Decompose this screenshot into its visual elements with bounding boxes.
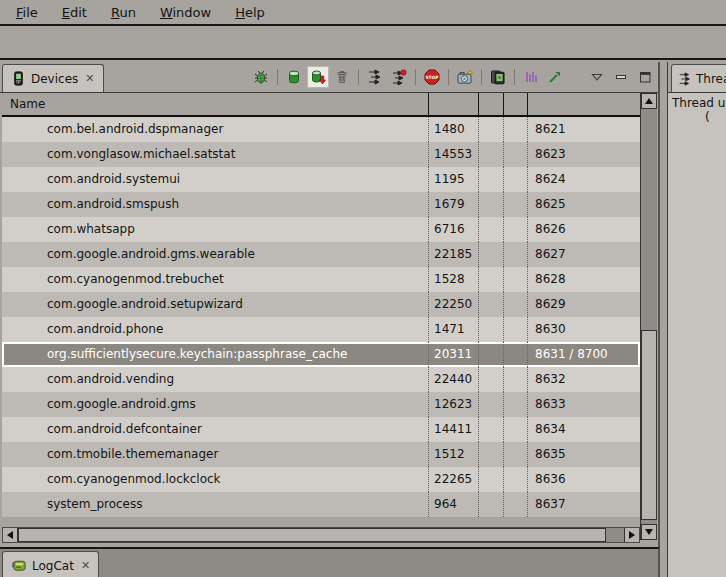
start-opengl-trace-button[interactable] [544, 66, 566, 88]
table-row[interactable]: com.android.smspush16798625 [2, 192, 640, 217]
capture-systrace-button[interactable] [520, 66, 542, 88]
close-icon[interactable]: ✕ [79, 559, 90, 572]
column-header-name[interactable]: Name [2, 93, 429, 115]
tab-logcat[interactable]: LogCat ✕ [2, 551, 99, 577]
toolbar-separator [481, 69, 482, 85]
menu-item-edit[interactable]: Edit [50, 2, 99, 23]
table-row-selected[interactable]: org.sufficientlysecure.keychain:passphra… [2, 342, 640, 367]
column-header-port[interactable] [528, 93, 640, 115]
devices-view: Devices ✕ [0, 62, 660, 547]
column-header-4[interactable] [504, 93, 528, 115]
table-row[interactable]: com.cyanogenmod.lockclock222658636 [2, 467, 640, 492]
cell-pid: 12623 [429, 392, 479, 417]
start-method-profiling-button[interactable] [388, 66, 410, 88]
screen-capture-multiple-button[interactable] [487, 66, 509, 88]
column-header-3[interactable] [479, 93, 504, 115]
view-menu-button[interactable] [586, 66, 608, 88]
tab-threads-label: Threads [696, 72, 726, 86]
cell-pid: 22250 [429, 292, 479, 317]
camera-icon [457, 69, 473, 85]
table-row[interactable]: com.cyanogenmod.trebuchet15288628 [2, 267, 640, 292]
threads-content: Thread up ( [668, 93, 726, 577]
table-row[interactable]: com.bel.android.dspmanager14808621 [2, 117, 640, 142]
close-icon[interactable]: ✕ [83, 72, 94, 85]
cell-c4 [504, 267, 528, 292]
arrow-up-icon [645, 98, 653, 104]
minimize-icon [614, 70, 628, 84]
cell-port: 8635 [528, 442, 640, 467]
table-row[interactable]: com.tmobile.thememanager15128635 [2, 442, 640, 467]
cell-port: 8636 [528, 467, 640, 492]
cell-port: 8625 [528, 192, 640, 217]
scroll-down-button[interactable] [641, 524, 657, 540]
cause-gc-button[interactable] [331, 66, 353, 88]
table-row[interactable]: com.android.vending224408632 [2, 367, 640, 392]
chevron-down-icon [590, 70, 604, 84]
vertical-scrollbar[interactable] [640, 93, 657, 540]
cell-name: com.android.vending [2, 367, 429, 392]
ddms-window: File Edit Run Window Help Devices ✕ [0, 0, 726, 577]
cell-pid: 22440 [429, 367, 479, 392]
heap-icon [286, 69, 302, 85]
tab-devices[interactable]: Devices ✕ [2, 64, 104, 92]
cell-c3 [479, 192, 504, 217]
devices-tabbar: Devices ✕ [0, 62, 658, 93]
device-stack-icon [490, 69, 506, 85]
stop-process-button[interactable]: STOP [421, 66, 443, 88]
minimize-button[interactable] [610, 66, 632, 88]
device-table-header: Name [2, 93, 640, 117]
cell-pid: 1512 [429, 442, 479, 467]
device-table: Name com.bel.android.dspmanager14808621c… [2, 93, 640, 517]
cell-name: com.google.android.gms [2, 392, 429, 417]
cell-port: 8632 [528, 367, 640, 392]
arrow-right-icon [629, 531, 635, 539]
cell-port: 8626 [528, 217, 640, 242]
table-row[interactable]: com.android.phone14718630 [2, 317, 640, 342]
table-row[interactable]: com.android.defcontainer144118634 [2, 417, 640, 442]
screen-capture-button[interactable] [454, 66, 476, 88]
table-row[interactable]: com.google.android.setupwizard222508629 [2, 292, 640, 317]
cell-name: com.cyanogenmod.lockclock [2, 467, 429, 492]
cell-name: com.android.defcontainer [2, 417, 429, 442]
cell-c3 [479, 367, 504, 392]
threads-icon [678, 72, 692, 86]
menu-item-run[interactable]: Run [99, 2, 148, 23]
table-row[interactable]: com.vonglasow.michael.satstat145538623 [2, 142, 640, 167]
cell-c4 [504, 317, 528, 342]
update-threads-button[interactable] [364, 66, 386, 88]
menu-item-file[interactable]: File [4, 2, 50, 23]
table-row[interactable]: system_process9648637 [2, 492, 640, 517]
table-row[interactable]: com.android.systemui11958624 [2, 167, 640, 192]
horizontal-scrollbar[interactable] [2, 527, 640, 543]
dump-hprof-button[interactable] [307, 66, 329, 88]
horizontal-scrollbar-thumb[interactable] [18, 528, 606, 542]
cell-c3 [479, 242, 504, 267]
cell-pid: 1679 [429, 192, 479, 217]
tab-threads[interactable]: Threads [671, 64, 726, 92]
cell-c4 [504, 467, 528, 492]
table-row[interactable]: com.google.android.gms.wearable221858627 [2, 242, 640, 267]
update-heap-button[interactable] [283, 66, 305, 88]
menu-item-window[interactable]: Window [148, 2, 223, 23]
cell-c3 [479, 392, 504, 417]
cell-pid: 1195 [429, 167, 479, 192]
threads-view: Threads Thread up ( [667, 62, 726, 577]
vertical-scrollbar-thumb[interactable] [641, 330, 657, 520]
cell-c4 [504, 167, 528, 192]
column-header-pid[interactable] [429, 93, 479, 115]
maximize-button[interactable] [634, 66, 656, 88]
table-row[interactable]: com.whatsapp67168626 [2, 217, 640, 242]
bug-icon [253, 69, 269, 85]
debug-process-button[interactable] [250, 66, 272, 88]
cell-c3 [479, 292, 504, 317]
cell-port: 8631 / 8700 [528, 342, 640, 367]
cell-name: com.tmobile.thememanager [2, 442, 429, 467]
toolbar-separator [277, 69, 278, 85]
table-row[interactable]: com.google.android.gms126238633 [2, 392, 640, 417]
scroll-up-button[interactable] [641, 93, 657, 109]
scroll-left-button[interactable] [3, 528, 18, 542]
heap-dump-icon [310, 69, 326, 85]
cell-port: 8628 [528, 267, 640, 292]
scroll-right-button[interactable] [624, 528, 639, 542]
menu-item-help[interactable]: Help [223, 2, 277, 23]
